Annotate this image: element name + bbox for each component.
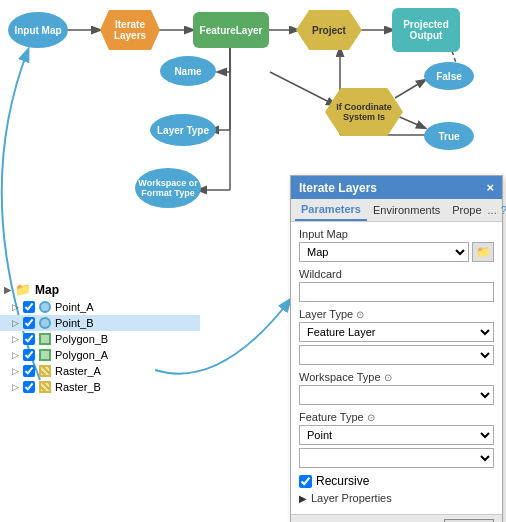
wildcard-group: Wildcard	[299, 268, 494, 302]
expand-arrow-icon: ▶	[299, 493, 307, 504]
feature-type-select2[interactable]	[299, 448, 494, 468]
iterate-layers-panel: Iterate Layers × Parameters Environments…	[290, 175, 503, 522]
raster-b-checkbox[interactable]	[23, 381, 35, 393]
recursive-checkbox[interactable]	[299, 475, 312, 488]
help-button[interactable]: ?	[501, 204, 506, 216]
raster-a-checkbox[interactable]	[23, 365, 35, 377]
workspace-type-group: Workspace Type ⊙	[299, 371, 494, 405]
browse-button[interactable]: 📁	[472, 242, 494, 262]
point-icon	[39, 301, 51, 313]
layer-type-node: Layer Type	[150, 114, 216, 146]
panel-tabs: Parameters Environments Prope ... ?	[291, 199, 502, 222]
svg-line-10	[270, 72, 335, 105]
layer-type-group: Layer Type ⊙ Feature Layer	[299, 308, 494, 365]
tab-more[interactable]: ...	[488, 204, 497, 216]
layer-properties-row[interactable]: ▶ Layer Properties	[299, 492, 494, 504]
input-map-select[interactable]: Map	[299, 242, 469, 262]
panel-body: Input Map Map 📁 Wildcard Layer Type ⊙	[291, 222, 502, 514]
raster-icon	[39, 381, 51, 393]
list-item: ▷ Point_B	[0, 315, 200, 331]
wildcard-label: Wildcard	[299, 268, 494, 280]
feature-type-group: Feature Type ⊙ Point	[299, 411, 494, 468]
iterate-layers-node: Iterate Layers	[100, 10, 160, 50]
polygon-icon	[39, 349, 51, 361]
layer-list-title: ▶ 📁 Map	[0, 280, 200, 299]
polygon-b-checkbox[interactable]	[23, 333, 35, 345]
list-item: ▷ Polygon_B	[0, 331, 200, 347]
panel-footer: OK	[291, 514, 502, 522]
point-icon	[39, 317, 51, 329]
panel-header: Iterate Layers ×	[291, 176, 502, 199]
name-node: Name	[160, 56, 216, 86]
svg-line-11	[395, 80, 425, 98]
raster-icon	[39, 365, 51, 377]
folder-icon: 📁	[15, 282, 31, 297]
false-node: False	[424, 62, 474, 90]
info-icon: ⊙	[367, 412, 375, 423]
layer-type-select2[interactable]	[299, 345, 494, 365]
input-map-node: Input Map	[8, 12, 68, 48]
feature-layer-node: FeatureLayer	[193, 12, 269, 48]
layer-type-select[interactable]: Feature Layer	[299, 322, 494, 342]
feature-type-label: Feature Type ⊙	[299, 411, 494, 423]
info-icon: ⊙	[356, 309, 364, 320]
list-item: ▷ Raster_B	[0, 379, 200, 395]
polygon-icon	[39, 333, 51, 345]
true-node: True	[424, 122, 474, 150]
if-coordinate-node: If Coordinate System Is	[325, 88, 403, 136]
input-map-group: Input Map Map 📁	[299, 228, 494, 262]
tab-prope[interactable]: Prope	[446, 200, 487, 220]
project-node: Project	[296, 10, 362, 50]
polygon-a-checkbox[interactable]	[23, 349, 35, 361]
list-item: ▷ Point_A	[0, 299, 200, 315]
layer-list: ▶ 📁 Map ▷ Point_A ▷ Point_B ▷ Polygon_B …	[0, 280, 200, 395]
list-item: ▷ Raster_A	[0, 363, 200, 379]
workspace-type-label: Workspace Type ⊙	[299, 371, 494, 383]
input-map-label: Input Map	[299, 228, 494, 240]
feature-type-select[interactable]: Point	[299, 425, 494, 445]
wildcard-input[interactable]	[299, 282, 494, 302]
layer-type-label: Layer Type ⊙	[299, 308, 494, 320]
projected-output-node: Projected Output	[392, 8, 460, 52]
close-button[interactable]: ×	[486, 180, 494, 195]
point-a-checkbox[interactable]	[23, 301, 35, 313]
list-item: ▷ Polygon_A	[0, 347, 200, 363]
tab-environments[interactable]: Environments	[367, 200, 446, 220]
recursive-row: Recursive	[299, 474, 494, 488]
tab-parameters[interactable]: Parameters	[295, 199, 367, 221]
workspace-type-select[interactable]	[299, 385, 494, 405]
point-b-checkbox[interactable]	[23, 317, 35, 329]
info-icon: ⊙	[384, 372, 392, 383]
workspace-format-node: Workspace or Format Type	[135, 168, 201, 208]
